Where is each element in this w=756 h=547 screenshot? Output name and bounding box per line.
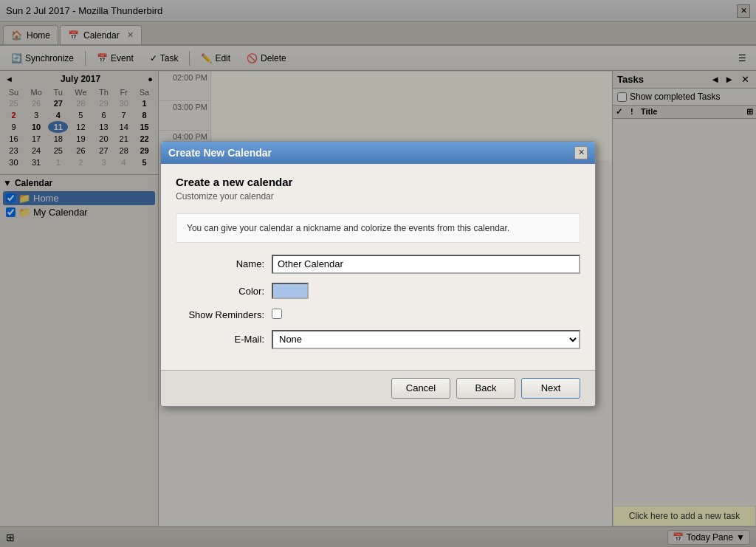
name-label: Name: [176,258,272,269]
reminders-form-row: Show Reminders: [176,309,580,321]
name-form-row: Name: [176,255,580,274]
dialog-titlebar: Create New Calendar ✕ [161,142,595,164]
dialog: Create New Calendar ✕ Create a new calen… [160,141,596,407]
dialog-info-box: You can give your calendar a nickname an… [176,213,580,243]
name-field [272,255,580,274]
dialog-close-button[interactable]: ✕ [574,146,588,159]
color-form-row: Color: [176,283,580,300]
email-form-row: E-Mail: None [176,330,580,349]
modal-overlay: Create New Calendar ✕ Create a new calen… [0,0,756,547]
dialog-title: Create New Calendar [168,147,272,159]
name-input[interactable] [272,255,580,274]
show-reminders-label: Show Reminders: [176,309,272,320]
dialog-body: Create a new calendar Customize your cal… [161,164,595,370]
reminders-field [272,309,580,321]
email-select[interactable]: None [272,330,580,349]
color-label: Color: [176,286,272,297]
dialog-step-title: Create a new calendar [176,176,580,188]
next-button[interactable]: Next [521,378,580,399]
color-picker-button[interactable] [272,283,309,299]
email-label: E-Mail: [176,334,272,345]
back-button[interactable]: Back [456,378,515,399]
dialog-footer: Cancel Back Next [161,370,595,406]
color-field [272,283,580,300]
cancel-button[interactable]: Cancel [391,378,450,399]
show-reminders-checkbox[interactable] [272,309,282,319]
dialog-step-subtitle: Customize your calendar [176,191,580,202]
email-field: None [272,330,580,349]
